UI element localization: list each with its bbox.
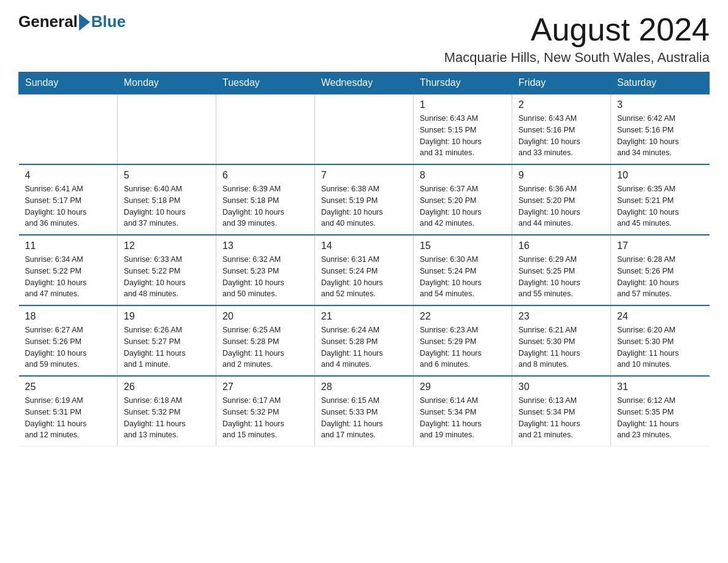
day-number: 19 — [124, 311, 210, 322]
day-number: 22 — [420, 311, 506, 322]
day-number: 10 — [617, 170, 703, 181]
day-sun-info: Sunrise: 6:17 AM Sunset: 5:32 PM Dayligh… — [222, 395, 308, 441]
calendar-week-row: 18Sunrise: 6:27 AM Sunset: 5:26 PM Dayli… — [19, 305, 710, 376]
calendar-day-cell: 14Sunrise: 6:31 AM Sunset: 5:24 PM Dayli… — [315, 235, 414, 305]
day-sun-info: Sunrise: 6:31 AM Sunset: 5:24 PM Dayligh… — [321, 254, 407, 300]
calendar-day-cell: 17Sunrise: 6:28 AM Sunset: 5:26 PM Dayli… — [611, 235, 710, 305]
calendar-day-cell: 19Sunrise: 6:26 AM Sunset: 5:27 PM Dayli… — [118, 305, 216, 376]
calendar-day-cell: 29Sunrise: 6:14 AM Sunset: 5:34 PM Dayli… — [414, 376, 512, 446]
day-sun-info: Sunrise: 6:28 AM Sunset: 5:26 PM Dayligh… — [617, 254, 703, 300]
day-sun-info: Sunrise: 6:32 AM Sunset: 5:23 PM Dayligh… — [222, 254, 308, 300]
day-sun-info: Sunrise: 6:25 AM Sunset: 5:28 PM Dayligh… — [222, 324, 308, 370]
calendar-day-cell: 10Sunrise: 6:35 AM Sunset: 5:21 PM Dayli… — [611, 164, 710, 235]
day-number: 23 — [518, 311, 604, 322]
day-number: 28 — [321, 381, 407, 393]
day-number: 7 — [321, 170, 407, 181]
day-number: 3 — [617, 99, 703, 110]
day-number: 6 — [222, 170, 308, 181]
calendar-week-row: 1Sunrise: 6:43 AM Sunset: 5:15 PM Daylig… — [19, 94, 710, 164]
weekday-header-friday: Friday — [512, 72, 611, 94]
weekday-header-thursday: Thursday — [414, 72, 512, 94]
weekday-header-monday: Monday — [118, 72, 216, 94]
day-number: 18 — [25, 311, 112, 322]
day-sun-info: Sunrise: 6:26 AM Sunset: 5:27 PM Dayligh… — [124, 324, 210, 370]
day-sun-info: Sunrise: 6:24 AM Sunset: 5:28 PM Dayligh… — [321, 324, 407, 370]
calendar-week-row: 4Sunrise: 6:41 AM Sunset: 5:17 PM Daylig… — [19, 164, 710, 235]
calendar-day-cell: 23Sunrise: 6:21 AM Sunset: 5:30 PM Dayli… — [512, 305, 611, 376]
day-number: 26 — [124, 381, 210, 393]
page-header: General Blue August 2024 Macquarie Hills… — [18, 12, 710, 66]
day-number: 27 — [222, 381, 308, 393]
day-sun-info: Sunrise: 6:41 AM Sunset: 5:17 PM Dayligh… — [25, 183, 112, 229]
day-sun-info: Sunrise: 6:42 AM Sunset: 5:16 PM Dayligh… — [617, 113, 703, 159]
calendar-day-cell: 18Sunrise: 6:27 AM Sunset: 5:26 PM Dayli… — [19, 305, 118, 376]
weekday-header-saturday: Saturday — [611, 72, 710, 94]
month-year-title: August 2024 — [444, 12, 710, 47]
day-number: 9 — [518, 170, 604, 181]
calendar-day-cell: 3Sunrise: 6:42 AM Sunset: 5:16 PM Daylig… — [611, 94, 710, 164]
calendar-day-cell: 26Sunrise: 6:18 AM Sunset: 5:32 PM Dayli… — [118, 376, 216, 446]
day-number: 24 — [617, 311, 703, 322]
day-sun-info: Sunrise: 6:18 AM Sunset: 5:32 PM Dayligh… — [124, 395, 210, 441]
calendar-day-cell: 5Sunrise: 6:40 AM Sunset: 5:18 PM Daylig… — [118, 164, 216, 235]
day-number: 17 — [617, 240, 703, 251]
day-sun-info: Sunrise: 6:43 AM Sunset: 5:16 PM Dayligh… — [518, 113, 604, 159]
calendar-day-cell: 24Sunrise: 6:20 AM Sunset: 5:30 PM Dayli… — [611, 305, 710, 376]
day-number: 1 — [420, 99, 506, 110]
empty-cell — [19, 94, 118, 164]
day-sun-info: Sunrise: 6:14 AM Sunset: 5:34 PM Dayligh… — [420, 395, 506, 441]
calendar-day-cell: 12Sunrise: 6:33 AM Sunset: 5:22 PM Dayli… — [118, 235, 216, 305]
calendar-day-cell: 13Sunrise: 6:32 AM Sunset: 5:23 PM Dayli… — [216, 235, 315, 305]
day-sun-info: Sunrise: 6:43 AM Sunset: 5:15 PM Dayligh… — [420, 113, 506, 159]
calendar-day-cell: 1Sunrise: 6:43 AM Sunset: 5:15 PM Daylig… — [414, 94, 512, 164]
calendar-day-cell: 6Sunrise: 6:39 AM Sunset: 5:18 PM Daylig… — [216, 164, 315, 235]
day-sun-info: Sunrise: 6:34 AM Sunset: 5:22 PM Dayligh… — [25, 254, 112, 300]
weekday-header-wednesday: Wednesday — [315, 72, 414, 94]
weekday-header-sunday: Sunday — [19, 72, 118, 94]
logo-arrow-icon — [79, 13, 90, 31]
calendar-day-cell: 9Sunrise: 6:36 AM Sunset: 5:20 PM Daylig… — [512, 164, 611, 235]
day-number: 29 — [420, 381, 506, 393]
calendar-day-cell: 22Sunrise: 6:23 AM Sunset: 5:29 PM Dayli… — [414, 305, 512, 376]
calendar-day-cell: 30Sunrise: 6:13 AM Sunset: 5:34 PM Dayli… — [512, 376, 611, 446]
day-number: 31 — [617, 381, 703, 393]
calendar-day-cell: 21Sunrise: 6:24 AM Sunset: 5:28 PM Dayli… — [315, 305, 414, 376]
day-number: 4 — [25, 170, 112, 181]
calendar-day-cell: 8Sunrise: 6:37 AM Sunset: 5:20 PM Daylig… — [414, 164, 512, 235]
day-number: 2 — [518, 99, 604, 110]
day-sun-info: Sunrise: 6:27 AM Sunset: 5:26 PM Dayligh… — [25, 324, 112, 370]
calendar-day-cell: 31Sunrise: 6:12 AM Sunset: 5:35 PM Dayli… — [611, 376, 710, 446]
calendar-day-cell: 15Sunrise: 6:30 AM Sunset: 5:24 PM Dayli… — [414, 235, 512, 305]
day-number: 25 — [25, 381, 112, 393]
logo: General Blue — [18, 12, 126, 31]
day-number: 16 — [518, 240, 604, 251]
day-sun-info: Sunrise: 6:12 AM Sunset: 5:35 PM Dayligh… — [617, 395, 703, 441]
day-sun-info: Sunrise: 6:21 AM Sunset: 5:30 PM Dayligh… — [518, 324, 604, 370]
calendar-week-row: 11Sunrise: 6:34 AM Sunset: 5:22 PM Dayli… — [19, 235, 710, 305]
day-sun-info: Sunrise: 6:35 AM Sunset: 5:21 PM Dayligh… — [617, 183, 703, 229]
day-number: 15 — [420, 240, 506, 251]
day-number: 13 — [222, 240, 308, 251]
weekday-header-tuesday: Tuesday — [216, 72, 315, 94]
empty-cell — [118, 94, 216, 164]
calendar-table: SundayMondayTuesdayWednesdayThursdayFrid… — [18, 72, 710, 446]
day-sun-info: Sunrise: 6:19 AM Sunset: 5:31 PM Dayligh… — [25, 395, 112, 441]
calendar-day-cell: 25Sunrise: 6:19 AM Sunset: 5:31 PM Dayli… — [19, 376, 118, 446]
logo-general-text: General — [18, 12, 78, 31]
logo-blue-text: Blue — [91, 12, 126, 31]
empty-cell — [315, 94, 414, 164]
day-number: 12 — [124, 240, 210, 251]
title-area: August 2024 Macquarie Hills, New South W… — [444, 12, 710, 66]
calendar-day-cell: 7Sunrise: 6:38 AM Sunset: 5:19 PM Daylig… — [315, 164, 414, 235]
day-sun-info: Sunrise: 6:33 AM Sunset: 5:22 PM Dayligh… — [124, 254, 210, 300]
day-number: 30 — [518, 381, 604, 393]
day-number: 11 — [25, 240, 112, 251]
day-sun-info: Sunrise: 6:13 AM Sunset: 5:34 PM Dayligh… — [518, 395, 604, 441]
calendar-day-cell: 28Sunrise: 6:15 AM Sunset: 5:33 PM Dayli… — [315, 376, 414, 446]
calendar-day-cell: 2Sunrise: 6:43 AM Sunset: 5:16 PM Daylig… — [512, 94, 611, 164]
day-number: 14 — [321, 240, 407, 251]
day-sun-info: Sunrise: 6:15 AM Sunset: 5:33 PM Dayligh… — [321, 395, 407, 441]
calendar-day-cell: 11Sunrise: 6:34 AM Sunset: 5:22 PM Dayli… — [19, 235, 118, 305]
day-sun-info: Sunrise: 6:23 AM Sunset: 5:29 PM Dayligh… — [420, 324, 506, 370]
day-sun-info: Sunrise: 6:36 AM Sunset: 5:20 PM Dayligh… — [518, 183, 604, 229]
